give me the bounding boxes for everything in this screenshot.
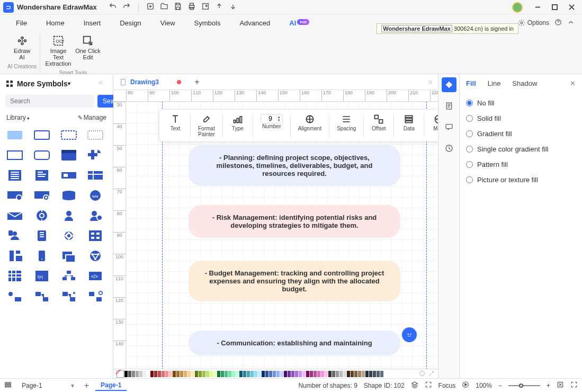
color-swatch[interactable] bbox=[288, 371, 291, 377]
shape-item[interactable] bbox=[86, 228, 106, 243]
color-swatch[interactable] bbox=[132, 371, 135, 377]
close-panel-icon[interactable]: ✕ bbox=[570, 79, 576, 91]
outline-toggle-icon[interactable] bbox=[4, 381, 12, 390]
color-swatch[interactable] bbox=[239, 371, 243, 377]
shape-item[interactable] bbox=[59, 228, 79, 243]
color-swatch[interactable] bbox=[262, 371, 265, 377]
offset-button[interactable]: Offset bbox=[367, 113, 390, 138]
diagram-block[interactable]: - Planning: defining project scope, obje… bbox=[189, 145, 400, 186]
menu-home[interactable]: Home bbox=[38, 17, 73, 29]
shape-item[interactable] bbox=[5, 128, 25, 142]
color-swatch[interactable] bbox=[254, 371, 257, 377]
close-button[interactable] bbox=[564, 2, 579, 13]
shape-item[interactable] bbox=[5, 289, 25, 304]
fill-option-pattern[interactable]: Pattern fill bbox=[466, 161, 576, 168]
color-swatch[interactable] bbox=[310, 371, 313, 377]
save-icon[interactable] bbox=[174, 2, 182, 13]
shape-item[interactable] bbox=[59, 148, 79, 163]
one-click-edit-button[interactable]: One Click Edit bbox=[73, 34, 103, 68]
document-tab[interactable]: Drawing3 bbox=[115, 76, 191, 88]
menu-insert[interactable]: Insert bbox=[75, 17, 110, 29]
page-panel-icon[interactable] bbox=[442, 99, 456, 113]
spacing-button[interactable]: Spacing bbox=[333, 113, 360, 138]
color-swatch[interactable] bbox=[184, 371, 187, 377]
color-swatch[interactable] bbox=[176, 371, 180, 377]
color-swatch[interactable] bbox=[128, 371, 131, 377]
color-swatch[interactable] bbox=[295, 371, 298, 377]
fill-option-gradient[interactable]: Gradient fill bbox=[466, 130, 576, 138]
fill-tab[interactable]: Fill bbox=[466, 79, 476, 91]
color-swatch[interactable] bbox=[154, 371, 157, 377]
no-color-swatch[interactable] bbox=[117, 370, 124, 378]
color-swatch[interactable] bbox=[225, 371, 228, 377]
color-swatch[interactable] bbox=[351, 371, 354, 377]
color-swatch[interactable] bbox=[143, 371, 146, 377]
color-swatch[interactable] bbox=[336, 371, 339, 377]
color-swatch[interactable] bbox=[217, 371, 220, 377]
color-swatch[interactable] bbox=[165, 371, 168, 377]
zoom-out-button[interactable]: − bbox=[498, 382, 502, 389]
user-avatar[interactable] bbox=[512, 2, 523, 13]
color-swatch[interactable] bbox=[258, 371, 261, 377]
shape-item[interactable] bbox=[32, 188, 52, 203]
shape-item[interactable]: ww bbox=[86, 188, 106, 203]
shape-item[interactable] bbox=[32, 148, 52, 163]
data-button[interactable]: Data bbox=[397, 113, 420, 138]
collapse-ribbon-icon[interactable] bbox=[567, 19, 575, 28]
type-button[interactable]: Type bbox=[226, 113, 249, 138]
shape-item[interactable] bbox=[32, 128, 52, 142]
shape-item[interactable] bbox=[59, 289, 79, 304]
menu-view[interactable]: View bbox=[152, 17, 184, 29]
import-dropdown-icon[interactable] bbox=[229, 2, 237, 13]
shape-item[interactable] bbox=[32, 289, 52, 304]
menu-symbols[interactable]: Symbols bbox=[186, 17, 229, 29]
color-swatch[interactable] bbox=[206, 371, 209, 377]
color-swatch[interactable] bbox=[232, 371, 235, 377]
help-icon[interactable] bbox=[554, 19, 562, 28]
color-swatch[interactable] bbox=[195, 371, 198, 377]
library-toggle[interactable]: Library ▴ bbox=[6, 114, 30, 121]
zoom-in-button[interactable]: + bbox=[547, 382, 550, 389]
shadow-tab[interactable]: Shadow bbox=[512, 79, 537, 91]
shape-item[interactable] bbox=[86, 289, 106, 304]
focus-icon[interactable] bbox=[425, 381, 432, 390]
color-swatch[interactable] bbox=[273, 371, 276, 377]
color-swatch[interactable] bbox=[317, 371, 320, 377]
expand-right-icon[interactable] bbox=[422, 78, 438, 86]
fullscreen-icon[interactable] bbox=[570, 381, 578, 390]
color-swatch[interactable] bbox=[173, 371, 176, 377]
color-swatch[interactable] bbox=[302, 371, 306, 377]
shape-item[interactable] bbox=[59, 208, 79, 223]
shape-item[interactable]: f(x) bbox=[32, 269, 52, 283]
color-swatch[interactable] bbox=[221, 371, 224, 377]
menu-options[interactable]: Options bbox=[518, 19, 549, 26]
zoom-slider[interactable] bbox=[508, 385, 540, 386]
open-icon[interactable] bbox=[160, 2, 168, 13]
color-swatch[interactable] bbox=[325, 371, 328, 377]
color-swatch[interactable] bbox=[314, 371, 317, 377]
minimize-button[interactable] bbox=[530, 2, 545, 13]
shape-item[interactable]: </> bbox=[86, 269, 106, 283]
color-swatch[interactable] bbox=[210, 371, 213, 377]
menu-design[interactable]: Design bbox=[111, 17, 149, 29]
text-tool-button[interactable]: Text bbox=[164, 113, 187, 138]
add-tab-button[interactable]: + bbox=[191, 76, 203, 88]
color-swatch[interactable] bbox=[373, 371, 376, 377]
color-swatch[interactable] bbox=[187, 371, 191, 377]
color-swatch[interactable] bbox=[213, 371, 217, 377]
shape-item[interactable] bbox=[59, 128, 79, 142]
focus-label[interactable]: Focus bbox=[438, 382, 456, 389]
color-swatch[interactable] bbox=[169, 371, 172, 377]
shape-item[interactable] bbox=[5, 269, 25, 283]
color-swatch[interactable] bbox=[280, 371, 283, 377]
color-swatch[interactable] bbox=[265, 371, 268, 377]
color-swatch[interactable] bbox=[269, 371, 272, 377]
shape-item[interactable] bbox=[32, 228, 52, 243]
fill-option-texture[interactable]: Picture or texture fill bbox=[466, 176, 576, 184]
color-swatch[interactable] bbox=[369, 371, 372, 377]
shape-item[interactable] bbox=[5, 188, 25, 203]
eyedropper-icon[interactable] bbox=[428, 369, 435, 379]
color-swatch[interactable] bbox=[236, 371, 239, 377]
more-button[interactable]: More bbox=[427, 113, 438, 138]
shape-item[interactable] bbox=[5, 228, 25, 243]
